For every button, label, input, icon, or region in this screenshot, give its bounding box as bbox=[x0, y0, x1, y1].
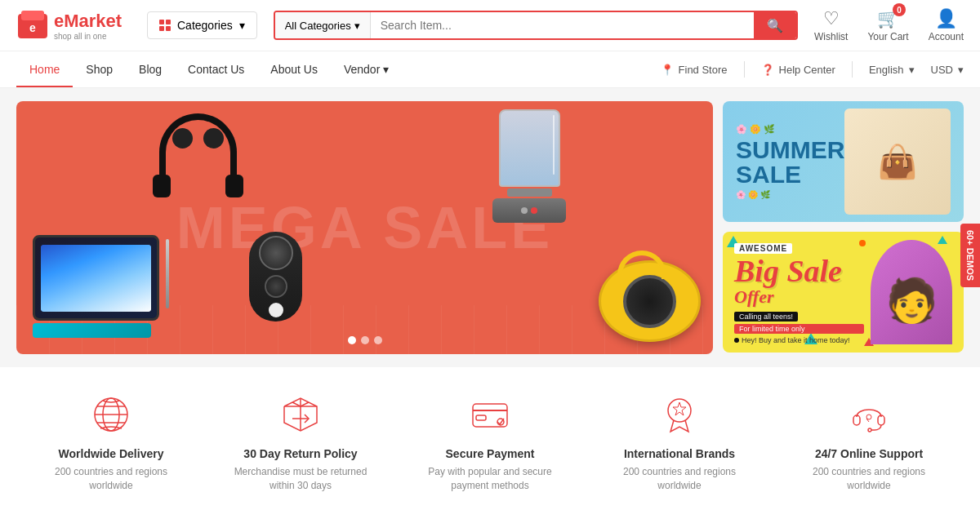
product-headphones bbox=[159, 113, 237, 191]
credit-card-icon bbox=[467, 392, 513, 437]
feature-support-desc: 200 countries and regions worldwide bbox=[795, 465, 942, 493]
headset-svg bbox=[849, 394, 889, 435]
flower-decoration-2: 🌸 🌼 🌿 bbox=[736, 190, 844, 199]
big-sale-title: Big Sale bbox=[734, 255, 864, 286]
nav-links: Home Shop Blog Contact Us About Us Vendo… bbox=[16, 51, 661, 87]
calling-teens-text: Calling all teens! bbox=[734, 312, 798, 322]
summer-sale-banner[interactable]: 🌸 🌼 🌿 SUMMER SALE 🌸 🌼 🌿 👜 🕶️ bbox=[723, 101, 964, 222]
chevron-down-icon: ▾ bbox=[354, 20, 360, 32]
hero-dot-2[interactable] bbox=[361, 336, 369, 344]
hero-main-banner: MEGA SALE bbox=[16, 101, 713, 354]
account-button[interactable]: 👤 Account bbox=[929, 8, 964, 42]
header: e eMarket shop all in one Categories ▾ A… bbox=[0, 0, 980, 51]
help-icon: ❓ bbox=[761, 64, 774, 76]
chevron-down-icon: ▾ bbox=[383, 63, 389, 76]
search-bar: All Categories ▾ 🔍 bbox=[274, 11, 798, 40]
account-icon: 👤 bbox=[935, 8, 957, 29]
search-input[interactable] bbox=[371, 12, 754, 38]
svg-marker-16 bbox=[673, 402, 686, 415]
svg-point-19 bbox=[868, 428, 871, 432]
nav-item-blog[interactable]: Blog bbox=[126, 51, 175, 87]
nav-item-about[interactable]: About Us bbox=[257, 51, 331, 87]
feature-return-desc: Merchandise must be returned within 30 d… bbox=[227, 465, 374, 493]
summer-title: SUMMER bbox=[736, 138, 844, 162]
feature-return-policy: 30 Day Return Policy Merchandise must be… bbox=[227, 392, 374, 493]
features-section: Worldwide Delivery 200 countries and reg… bbox=[0, 367, 980, 510]
nav-item-contact[interactable]: Contact Us bbox=[175, 51, 257, 87]
summer-product-image: 👜 🕶️ bbox=[844, 109, 951, 215]
account-label: Account bbox=[929, 31, 964, 42]
search-category-label: All Categories bbox=[285, 20, 351, 32]
buy-home-text: Hey! Buy and take it home today! bbox=[734, 336, 864, 344]
hero-side-banners: 🌸 🌼 🌿 SUMMER SALE 🌸 🌼 🌿 👜 🕶️ AWESOME Big… bbox=[723, 101, 964, 354]
location-icon: 📍 bbox=[661, 64, 674, 76]
product-speaker bbox=[249, 232, 302, 322]
nav-item-home[interactable]: Home bbox=[16, 51, 73, 87]
find-store-button[interactable]: 📍 Find Store bbox=[661, 64, 728, 76]
nav-divider-2 bbox=[852, 61, 853, 78]
svg-point-20 bbox=[866, 415, 871, 419]
logo-brand: eMarket bbox=[54, 11, 122, 32]
grid-icon bbox=[159, 20, 171, 31]
demos-badge[interactable]: 60+ DEMOS bbox=[960, 223, 980, 286]
big-sale-offer: Offer bbox=[734, 286, 864, 308]
feature-brands-desc: 200 countries and regions worldwide bbox=[606, 465, 753, 493]
big-sale-banner[interactable]: AWESOME Big Sale Offer Calling all teens… bbox=[723, 232, 964, 353]
bag-emoji: 👜 bbox=[877, 143, 918, 181]
language-selector[interactable]: English ▾ bbox=[869, 64, 915, 76]
globe-svg bbox=[91, 394, 131, 435]
product-earphone bbox=[599, 260, 701, 342]
chevron-down-icon: ▾ bbox=[909, 64, 915, 76]
box-icon bbox=[278, 392, 323, 437]
big-sale-text: AWESOME Big Sale Offer Calling all teens… bbox=[734, 240, 864, 344]
flower-decoration: 🌸 🌼 🌿 bbox=[736, 124, 844, 135]
nav-divider bbox=[744, 61, 745, 78]
person-emoji: 🧑 bbox=[885, 276, 938, 326]
summer-subtitle: SALE bbox=[736, 162, 844, 187]
card-svg bbox=[470, 394, 510, 435]
help-center-label: Help Center bbox=[779, 64, 835, 76]
hero-dots bbox=[348, 336, 382, 344]
hero-dot-3[interactable] bbox=[374, 336, 382, 344]
find-store-label: Find Store bbox=[679, 64, 728, 76]
cart-button[interactable]: 🛒 0 Your Cart bbox=[867, 8, 908, 42]
nav-right: 📍 Find Store ❓ Help Center English ▾ USD… bbox=[661, 61, 964, 78]
nav-item-shop[interactable]: Shop bbox=[73, 51, 126, 87]
help-center-button[interactable]: ❓ Help Center bbox=[761, 64, 835, 76]
cart-badge: 0 bbox=[893, 3, 906, 16]
award-icon bbox=[657, 392, 702, 437]
search-button[interactable]: 🔍 bbox=[754, 12, 796, 38]
categories-button[interactable]: Categories ▾ bbox=[147, 11, 257, 39]
currency-label: USD bbox=[931, 64, 953, 76]
logo[interactable]: e eMarket shop all in one bbox=[16, 9, 131, 42]
wishlist-label: Wishlist bbox=[814, 31, 848, 42]
summer-text: 🌸 🌼 🌿 SUMMER SALE 🌸 🌼 🌿 bbox=[736, 124, 844, 199]
nav-item-vendor[interactable]: Vendor ▾ bbox=[331, 51, 402, 87]
svg-rect-13 bbox=[476, 415, 486, 420]
feature-support-title: 24/7 Online Support bbox=[815, 447, 923, 460]
feature-intl-brands: International Brands 200 countries and r… bbox=[606, 392, 753, 493]
wishlist-button[interactable]: ♡ Wishlist bbox=[814, 8, 848, 42]
box-svg bbox=[280, 394, 321, 435]
svg-text:e: e bbox=[29, 21, 36, 34]
currency-selector[interactable]: USD ▾ bbox=[931, 64, 964, 76]
chevron-down-icon: ▾ bbox=[958, 64, 964, 76]
feature-return-title: 30 Day Return Policy bbox=[243, 447, 357, 460]
header-actions: ♡ Wishlist 🛒 0 Your Cart 👤 Account bbox=[814, 8, 964, 42]
product-tablet bbox=[33, 235, 159, 338]
hero-section: MEGA SALE bbox=[0, 88, 980, 367]
svg-rect-1 bbox=[21, 11, 44, 20]
search-category-select[interactable]: All Categories ▾ bbox=[275, 12, 371, 38]
globe-icon bbox=[88, 392, 134, 437]
feature-worldwide-title: Worldwide Delivery bbox=[59, 447, 164, 460]
logo-text: eMarket shop all in one bbox=[54, 11, 122, 41]
language-label: English bbox=[869, 64, 904, 76]
feature-secure-payment: Secure Payment Pay with popular and secu… bbox=[416, 392, 564, 493]
hero-dot-1[interactable] bbox=[348, 336, 356, 344]
sale-person-image: 🧑 bbox=[871, 240, 952, 344]
navbar: Home Shop Blog Contact Us About Us Vendo… bbox=[0, 51, 980, 88]
feature-worldwide-desc: 200 countries and regions worldwide bbox=[38, 465, 185, 493]
feature-support: 24/7 Online Support 200 countries and re… bbox=[795, 392, 942, 493]
product-blender bbox=[488, 109, 570, 224]
feature-payment-title: Secure Payment bbox=[446, 447, 535, 460]
